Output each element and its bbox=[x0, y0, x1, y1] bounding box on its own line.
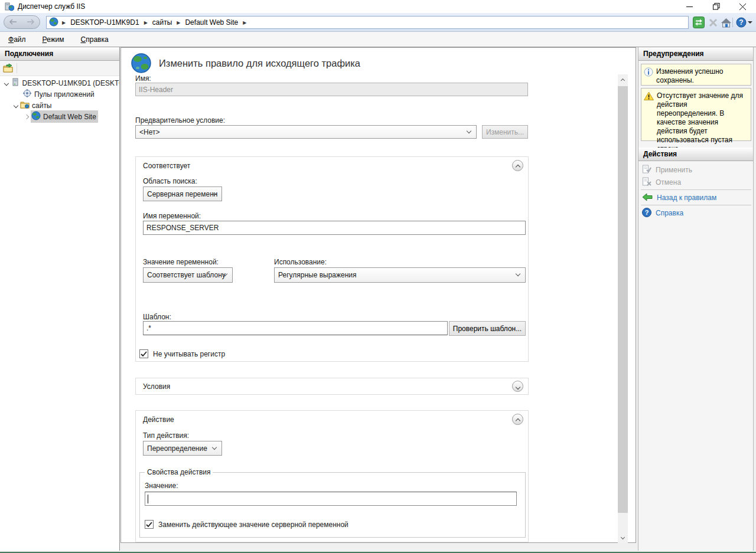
match-section: Соответствует Область поиска: Серверная … bbox=[135, 156, 529, 362]
info-alert: Изменения успешно сохранены. bbox=[641, 64, 751, 86]
server-icon bbox=[11, 77, 20, 89]
cancel-icon bbox=[642, 177, 651, 188]
help-link[interactable]: ? Справка bbox=[641, 207, 751, 219]
warnings-header: Предупреждения bbox=[638, 47, 753, 61]
collapse-section-button[interactable] bbox=[512, 160, 523, 171]
connections-header: Подключения bbox=[0, 47, 119, 61]
page-title: Изменить правило для исходящего трафика bbox=[159, 58, 360, 69]
selected-tree-item[interactable]: Default Web Site bbox=[31, 110, 98, 123]
name-input[interactable] bbox=[135, 83, 528, 96]
scroll-down-icon[interactable] bbox=[618, 533, 628, 543]
cancel-action[interactable]: Отмена bbox=[641, 176, 751, 188]
text-caret bbox=[148, 495, 148, 503]
menu-help[interactable]: Справка bbox=[81, 35, 109, 44]
precondition-label: Предварительное условие: bbox=[135, 116, 225, 125]
precondition-select[interactable]: <Нет> bbox=[135, 125, 477, 139]
save-connection-icon[interactable] bbox=[3, 63, 14, 75]
chevron-down-icon bbox=[212, 444, 217, 449]
action-type-value: Переопределение bbox=[147, 444, 207, 453]
variable-name-input[interactable] bbox=[143, 221, 526, 235]
expand-icon[interactable] bbox=[24, 114, 29, 119]
app-pools-icon bbox=[22, 89, 32, 100]
right-panel: Предупреждения Изменения успешно сохране… bbox=[638, 47, 754, 551]
close-button[interactable] bbox=[729, 0, 756, 13]
app-icon bbox=[5, 2, 14, 13]
back-arrow-icon bbox=[642, 193, 653, 203]
menu-view[interactable]: Режим bbox=[43, 35, 64, 44]
scope-select[interactable]: Серверная переменн bbox=[143, 186, 222, 201]
apply-action[interactable]: Применить bbox=[641, 164, 751, 176]
scrollbar-thumb[interactable] bbox=[618, 86, 628, 513]
action-value-label: Значение: bbox=[145, 482, 178, 490]
variable-value-select[interactable]: Соответствует шаблону bbox=[143, 267, 233, 283]
address-breadcrumb-bar[interactable]: ▶ DESKTOP-U1MK9D1 ▶ сайты ▶ Default Web … bbox=[46, 16, 689, 29]
connections-panel: Подключения DESKTOP-U1MK9D1 (DESKTOP Пул… bbox=[0, 47, 120, 551]
help-icon[interactable]: ? bbox=[735, 16, 748, 29]
tree-item-server[interactable]: DESKTOP-U1MK9D1 (DESKTOP bbox=[0, 77, 119, 89]
stop-icon bbox=[706, 16, 719, 29]
menu-view-rest: ежим bbox=[47, 35, 64, 44]
breadcrumb-server[interactable]: DESKTOP-U1MK9D1 bbox=[69, 18, 140, 27]
back-to-rules-link[interactable]: Назад к правилам bbox=[641, 192, 751, 204]
menu-file[interactable]: Файл bbox=[8, 35, 26, 44]
collapse-section-button[interactable] bbox=[512, 414, 523, 425]
conditions-section-title: Условия bbox=[143, 382, 170, 391]
menu-help-rest: правка bbox=[86, 35, 108, 44]
expand-section-button[interactable] bbox=[512, 381, 523, 392]
help-label: Справка bbox=[656, 209, 683, 217]
refresh-icon[interactable] bbox=[692, 16, 705, 29]
help-dropdown-icon[interactable] bbox=[748, 21, 752, 24]
collapse-icon[interactable] bbox=[14, 103, 18, 107]
using-select[interactable]: Регулярные выражения bbox=[274, 267, 526, 283]
toolbar-separator bbox=[17, 63, 17, 73]
folder-icon bbox=[20, 100, 30, 111]
using-label: Использование: bbox=[274, 258, 327, 266]
breadcrumb-default-web-site[interactable]: Default Web Site bbox=[184, 18, 239, 27]
actions-separator bbox=[641, 205, 751, 205]
breadcrumb-separator-icon: ▶ bbox=[144, 20, 148, 25]
warning-alert: Отсутствует значение для действия переоп… bbox=[641, 88, 751, 141]
test-pattern-button[interactable]: Проверить шаблон... bbox=[449, 321, 526, 336]
chevron-down-icon bbox=[516, 271, 520, 276]
warning-icon bbox=[644, 91, 654, 138]
home-icon[interactable] bbox=[719, 16, 732, 29]
edit-precondition-button[interactable]: Изменить... bbox=[482, 125, 528, 139]
navigation-toolbar: ▶ DESKTOP-U1MK9D1 ▶ сайты ▶ Default Web … bbox=[0, 13, 756, 32]
site-globe-icon bbox=[49, 17, 58, 28]
back-icon[interactable] bbox=[9, 18, 17, 27]
action-section: Действие Тип действия: Переопределение С… bbox=[135, 410, 529, 542]
breadcrumb-separator-icon: ▶ bbox=[62, 20, 66, 25]
chevron-down-icon bbox=[515, 384, 520, 389]
action-value-input[interactable] bbox=[145, 492, 517, 506]
action-type-select[interactable]: Переопределение bbox=[143, 441, 222, 456]
replace-value-checkbox[interactable] bbox=[145, 520, 154, 529]
vertical-scrollbar[interactable] bbox=[618, 74, 628, 543]
menu-file-rest: айл bbox=[14, 35, 25, 44]
scroll-up-icon[interactable] bbox=[618, 74, 628, 84]
site-globe-icon bbox=[31, 111, 41, 122]
tree-item-label: сайты bbox=[32, 102, 52, 110]
app-window: Диспетчер служб IIS ▶ DESKTOP-U1MK9D1 ▶ … bbox=[0, 0, 756, 553]
toolbar-separator bbox=[732, 18, 733, 27]
chevron-up-icon bbox=[515, 418, 520, 423]
history-nav bbox=[4, 15, 40, 29]
pattern-input[interactable] bbox=[143, 321, 448, 335]
cancel-label: Отмена bbox=[656, 178, 681, 186]
tree-item-sites[interactable]: сайты bbox=[0, 100, 119, 111]
connections-toolbar bbox=[0, 61, 119, 76]
restore-button[interactable] bbox=[703, 0, 729, 13]
page-globe-icon bbox=[131, 53, 152, 76]
breadcrumb-sites[interactable]: сайты bbox=[151, 18, 174, 27]
tree-item-app-pools[interactable]: Пулы приложений bbox=[0, 89, 119, 100]
tree-item-default-web-site[interactable]: Default Web Site bbox=[0, 111, 119, 122]
collapse-icon[interactable] bbox=[4, 80, 9, 85]
ignore-case-checkbox[interactable] bbox=[139, 349, 148, 358]
minimize-button[interactable] bbox=[676, 0, 703, 13]
svg-text:?: ? bbox=[739, 18, 743, 27]
forward-icon[interactable] bbox=[27, 18, 35, 27]
back-to-rules-label: Назад к правилам bbox=[657, 194, 716, 202]
info-alert-text: Изменения успешно сохранены. bbox=[656, 67, 748, 82]
menu-file-hotkey: Ф bbox=[8, 35, 14, 44]
warning-alert-text: Отсутствует значение для действия переоп… bbox=[657, 91, 748, 138]
replace-value-label: Заменить действующее значение серверной … bbox=[158, 521, 348, 529]
